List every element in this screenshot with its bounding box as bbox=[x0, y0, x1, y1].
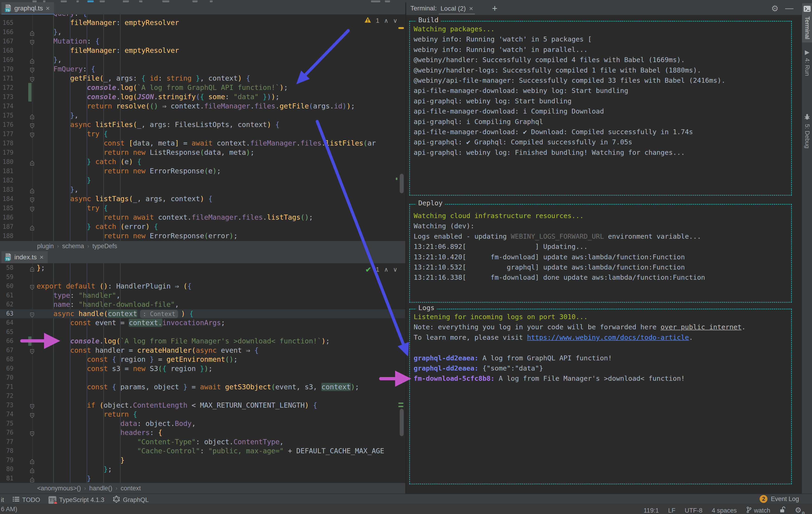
code-line[interactable]: 186 return await context.fileManager.fil… bbox=[0, 213, 405, 222]
code-line[interactable]: 169 }, bbox=[0, 55, 405, 64]
minimize-icon[interactable]: — bbox=[785, 3, 793, 13]
stripe-run-button[interactable]: ▶ 4: Run bbox=[802, 49, 812, 76]
code-line[interactable]: 167 Mutation: { bbox=[0, 37, 405, 46]
code-line[interactable]: 62 name: "handler-download-file", bbox=[0, 300, 405, 309]
scrollbar-thumb[interactable] bbox=[400, 409, 404, 436]
line-number[interactable]: 186 bbox=[0, 213, 13, 222]
line-number[interactable]: 76 bbox=[0, 428, 13, 437]
code-line[interactable]: Query: { bbox=[0, 14, 405, 18]
code-line[interactable]: 76 headers: { bbox=[0, 428, 405, 437]
line-number[interactable]: 184 bbox=[0, 194, 13, 204]
code-line[interactable]: 70 bbox=[0, 373, 405, 382]
line-number[interactable]: 166 bbox=[0, 27, 13, 37]
close-icon[interactable]: × bbox=[40, 254, 44, 261]
line-number[interactable]: 78 bbox=[0, 446, 13, 456]
line-number[interactable]: 181 bbox=[0, 167, 13, 176]
line-number[interactable]: 77 bbox=[0, 437, 13, 447]
close-icon[interactable]: × bbox=[469, 5, 473, 12]
file-encoding[interactable]: UTF-8 bbox=[685, 507, 702, 514]
line-number[interactable]: 175 bbox=[0, 111, 13, 120]
prev-warning-icon[interactable]: ∧ bbox=[384, 266, 388, 273]
line-number[interactable]: 58 bbox=[0, 263, 13, 273]
code-line[interactable]: 183 }, bbox=[0, 185, 405, 194]
code-line[interactable]: 180 } catch (e) { bbox=[0, 157, 405, 167]
unlock-icon[interactable] bbox=[780, 506, 786, 514]
next-warning-icon[interactable]: ∨ bbox=[393, 17, 398, 24]
event-log-button[interactable]: 2 Event Log bbox=[760, 495, 799, 503]
code-line[interactable]: 59 bbox=[0, 273, 405, 282]
line-number[interactable]: 67 bbox=[0, 346, 13, 355]
status-graphql[interactable]: GraphQL bbox=[113, 495, 149, 505]
code-line[interactable]: 81 } bbox=[0, 474, 405, 483]
line-number[interactable]: 63 bbox=[0, 309, 13, 319]
code-line[interactable]: 80 }; bbox=[0, 465, 405, 474]
code-line[interactable]: 185 try { bbox=[0, 204, 405, 213]
code-line[interactable]: 176 async listFiles(_, args: FilesListOp… bbox=[0, 120, 405, 129]
code-line[interactable]: 69 const s3 = new S3({ region }); bbox=[0, 364, 405, 373]
breadcrumb-item[interactable]: <anonymous>() bbox=[37, 485, 81, 492]
stripe-terminal-button[interactable]: Terminal bbox=[802, 3, 812, 42]
gear-icon[interactable]: ⚙ bbox=[771, 4, 779, 13]
code-line[interactable]: 173 console.log(JSON.stringify({ some: "… bbox=[0, 92, 405, 101]
breadcrumb-item[interactable]: plugin bbox=[37, 243, 54, 250]
line-number[interactable]: 59 bbox=[0, 273, 13, 282]
line-number[interactable]: 167 bbox=[0, 37, 13, 46]
code-line[interactable]: 79 } bbox=[0, 456, 405, 465]
line-number[interactable]: 79 bbox=[0, 456, 13, 465]
settings-sync-icon[interactable]: ⚙⚙ bbox=[795, 506, 805, 514]
code-line[interactable]: 75 data: object.Body, bbox=[0, 419, 405, 428]
code-line[interactable]: 72 bbox=[0, 391, 405, 401]
tab-graphql-ts[interactable]: TS graphql.ts × bbox=[1, 2, 54, 14]
code-line[interactable]: 68 const { region } = getEnvironment(); bbox=[0, 355, 405, 364]
line-number[interactable]: 188 bbox=[0, 231, 13, 241]
prev-warning-icon[interactable]: ∧ bbox=[384, 17, 388, 24]
code-line[interactable]: 71 const { params, object } = await getS… bbox=[0, 382, 405, 392]
line-number[interactable]: 173 bbox=[0, 92, 13, 101]
status-typescript[interactable]: TS TypeScript 4.1.3 bbox=[49, 496, 104, 504]
code-line[interactable]: 174 return resolve(() ⇒ context.fileMana… bbox=[0, 101, 405, 111]
code-line[interactable]: 78 "Cache-Control": "public, max-age=" +… bbox=[0, 446, 405, 456]
line-number[interactable]: 68 bbox=[0, 355, 13, 364]
code-line[interactable]: 171 getFile(_, args: { id: string }, con… bbox=[0, 74, 405, 83]
line-number[interactable]: 62 bbox=[0, 300, 13, 309]
code-line[interactable]: 65 bbox=[0, 328, 405, 337]
code-line[interactable]: 178 const [data, meta] = await context.f… bbox=[0, 139, 405, 148]
code-line[interactable]: 172 console.log(`A log from GraphQL API … bbox=[0, 83, 405, 92]
line-ending[interactable]: LF bbox=[668, 507, 675, 514]
line-number[interactable]: 179 bbox=[0, 148, 13, 157]
line-number[interactable]: 182 bbox=[0, 176, 13, 185]
tab-index-ts[interactable]: TS index.ts × bbox=[1, 251, 48, 263]
code-line[interactable]: 77 "Content-Type": object.ContentType, bbox=[0, 437, 405, 447]
line-number[interactable]: 183 bbox=[0, 185, 13, 194]
fold-marker-icon[interactable] bbox=[30, 476, 34, 483]
code-line[interactable]: 60export default (): HandlerPlugin ⇒ ({ bbox=[0, 281, 405, 291]
breadcrumb-item[interactable]: context bbox=[121, 485, 141, 492]
line-number[interactable]: 80 bbox=[0, 465, 13, 474]
line-number[interactable]: 73 bbox=[0, 401, 13, 410]
line-number[interactable]: 66 bbox=[0, 336, 13, 346]
line-number[interactable]: 174 bbox=[0, 101, 13, 111]
code-line[interactable]: 184 async listTags(_, args, context) { bbox=[0, 194, 405, 204]
code-line[interactable]: 67 const handler = createHandler(async e… bbox=[0, 346, 405, 355]
line-number[interactable]: 165 bbox=[0, 18, 13, 27]
code-line[interactable]: 64 const event = context.invocationArgs; bbox=[0, 318, 405, 328]
line-number[interactable]: 74 bbox=[0, 410, 13, 419]
next-warning-icon[interactable]: ∨ bbox=[393, 266, 398, 273]
code-line[interactable]: 182 } bbox=[0, 176, 405, 185]
code-line[interactable]: 175 }, bbox=[0, 111, 405, 120]
code-line[interactable]: 74 return { bbox=[0, 410, 405, 419]
line-number[interactable]: 171 bbox=[0, 74, 13, 83]
line-number[interactable]: 185 bbox=[0, 204, 13, 213]
line-number[interactable]: 172 bbox=[0, 83, 13, 92]
code-line[interactable]: 181 return new ErrorResponse(e); bbox=[0, 167, 405, 176]
line-number[interactable]: 168 bbox=[0, 46, 13, 55]
code-line[interactable]: 187 } catch (error) { bbox=[0, 222, 405, 231]
line-number[interactable]: 69 bbox=[0, 364, 13, 373]
code-line[interactable]: 188 return new ErrorResponse(error); bbox=[0, 231, 405, 241]
line-number[interactable]: 176 bbox=[0, 120, 13, 129]
line-number[interactable]: 180 bbox=[0, 157, 13, 167]
line-number[interactable]: 64 bbox=[0, 318, 13, 328]
code-line[interactable]: 61 type: "handler", bbox=[0, 291, 405, 300]
caret-position[interactable]: 119:1 bbox=[644, 507, 659, 514]
line-number[interactable]: 72 bbox=[0, 391, 13, 401]
